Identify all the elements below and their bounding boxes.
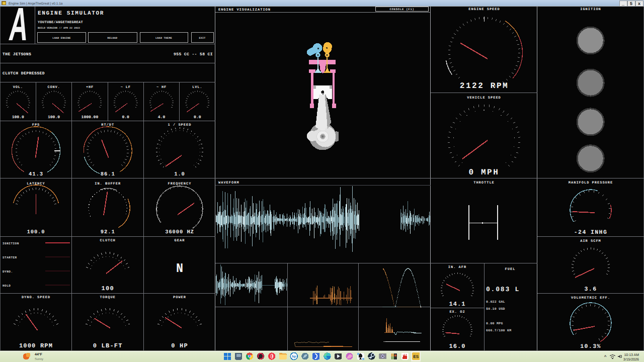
svg-text:YOUTUBE/ANGETHEGREAT: YOUTUBE/ANGETHEGREAT: [38, 20, 83, 25]
svg-text:0.0: 0.0: [194, 115, 201, 120]
svg-text:-24 INHG: -24 INHG: [574, 229, 607, 236]
svg-text:IGNITION: IGNITION: [580, 8, 601, 12]
svg-text:TORQUE: TORQUE: [100, 296, 116, 300]
svg-text:^: ^: [604, 354, 607, 359]
svg-text:4.0: 4.0: [158, 115, 166, 120]
svg-text:1000 RPM: 1000 RPM: [19, 342, 53, 349]
svg-text:AIR SCFM: AIR SCFM: [580, 239, 601, 243]
svg-text:~ LF: ~ LF: [121, 85, 131, 89]
svg-text:THROTTLE: THROTTLE: [473, 181, 495, 185]
svg-text:10.3%: 10.3%: [580, 343, 601, 350]
svg-text:41.3: 41.3: [29, 171, 43, 177]
svg-text:100.0: 100.0: [27, 229, 45, 235]
svg-text:LOAD THEME: LOAD THEME: [155, 37, 172, 40]
svg-text:16.0: 16.0: [449, 343, 466, 350]
svg-text:DYNO. SPEED: DYNO. SPEED: [22, 296, 50, 300]
svg-text:LOAD ENGINE: LOAD ENGINE: [52, 37, 70, 40]
svg-text:EXIT: EXIT: [199, 37, 205, 40]
svg-text:VEHICLE SPEED: VEHICLE SPEED: [467, 96, 501, 100]
svg-text:$0.10 USD: $0.10 USD: [486, 307, 505, 311]
svg-text:ENGINE VISUALIZATION: ENGINE VISUALIZATION: [218, 8, 271, 12]
svg-text:POWER: POWER: [173, 296, 186, 300]
svg-text:100.0: 100.0: [12, 115, 24, 120]
svg-text:666.7/100 KM: 666.7/100 KM: [486, 329, 511, 332]
svg-text:hp: hp: [292, 355, 296, 358]
svg-text:LVL.: LVL.: [192, 85, 202, 89]
svg-text:N: N: [176, 261, 183, 276]
svg-text:5: 5: [630, 2, 632, 7]
svg-text:0 LB-FT: 0 LB-FT: [93, 342, 123, 349]
svg-text:IN. AFR: IN. AFR: [448, 265, 466, 269]
svg-text:BUILD VERSION // APR 22 2022: BUILD VERSION // APR 22 2022: [38, 27, 80, 30]
svg-text:RT/DT: RT/DT: [101, 123, 114, 127]
svg-text:3.6: 3.6: [585, 286, 597, 293]
svg-text:FUEL: FUEL: [505, 267, 516, 272]
svg-text:x: x: [638, 2, 641, 7]
svg-text:ES: ES: [413, 354, 419, 359]
svg-text:44°F: 44°F: [35, 353, 43, 356]
svg-text:HOLD: HOLD: [3, 284, 11, 288]
svg-text:100.0: 100.0: [48, 115, 60, 120]
svg-text:36000 HZ: 36000 HZ: [165, 229, 194, 235]
svg-text:CONSOLE (F1): CONSOLE (F1): [389, 8, 414, 11]
svg-text:100: 100: [102, 285, 114, 292]
svg-text:1000.00: 1000.00: [82, 115, 99, 120]
svg-text:0.00 MPG: 0.00 MPG: [486, 322, 503, 325]
svg-text:86.1: 86.1: [101, 171, 115, 177]
svg-text:A: A: [9, 0, 28, 50]
svg-text:ENGINE SPEED: ENGINE SPEED: [468, 8, 500, 12]
svg-text:IGNITION: IGNITION: [3, 242, 19, 245]
svg-text:0.022 GAL: 0.022 GAL: [486, 300, 505, 304]
svg-text:+HF: +HF: [86, 85, 94, 89]
svg-text:WAVEFORM: WAVEFORM: [218, 181, 239, 185]
svg-text:RELOAD: RELOAD: [108, 37, 118, 40]
svg-text:IN. BUFFER: IN. BUFFER: [95, 182, 121, 186]
svg-text:FREQUENCY: FREQUENCY: [168, 182, 192, 186]
svg-text:0 MPH: 0 MPH: [468, 168, 499, 177]
svg-text:14.1: 14.1: [449, 301, 466, 308]
svg-text:VOLUMETRIC EFF.: VOLUMETRIC EFF.: [571, 296, 610, 300]
svg-text:3/15/2026: 3/15/2026: [623, 357, 639, 361]
svg-text:CLUTCH DEPRESSED: CLUTCH DEPRESSED: [3, 71, 45, 76]
svg-text:2122 RPM: 2122 RPM: [460, 81, 509, 90]
svg-text:ENGINE SIMULATOR: ENGINE SIMULATOR: [38, 11, 104, 17]
svg-text:955 CC -- 58 CI: 955 CC -- 58 CI: [174, 52, 213, 57]
svg-text:CONV.: CONV.: [47, 85, 60, 89]
svg-text:10:13 AM: 10:13 AM: [624, 353, 639, 357]
svg-text:~ HF: ~ HF: [156, 85, 167, 89]
svg-text:VOL.: VOL.: [13, 85, 23, 89]
svg-text:THE JETSONS: THE JETSONS: [3, 52, 31, 57]
svg-text:DYNO.: DYNO.: [3, 270, 13, 274]
svg-text:_: _: [621, 2, 625, 7]
svg-text:STARTER: STARTER: [3, 256, 17, 259]
svg-text:1.0: 1.0: [174, 171, 185, 177]
svg-text:Sunny: Sunny: [35, 357, 43, 361]
svg-text:0 HP: 0 HP: [171, 342, 188, 349]
svg-text:MANIFOLD PRESSURE: MANIFOLD PRESSURE: [569, 181, 613, 185]
svg-text:EX. O2: EX. O2: [449, 310, 465, 314]
svg-text:GEAR: GEAR: [175, 239, 185, 243]
svg-text:0.083 L: 0.083 L: [486, 286, 520, 293]
svg-text:92.1: 92.1: [101, 229, 115, 235]
svg-text:CLUTCH: CLUTCH: [100, 239, 116, 243]
svg-text:1 / SPEED: 1 / SPEED: [168, 123, 192, 127]
svg-text:0.0: 0.0: [122, 115, 129, 120]
